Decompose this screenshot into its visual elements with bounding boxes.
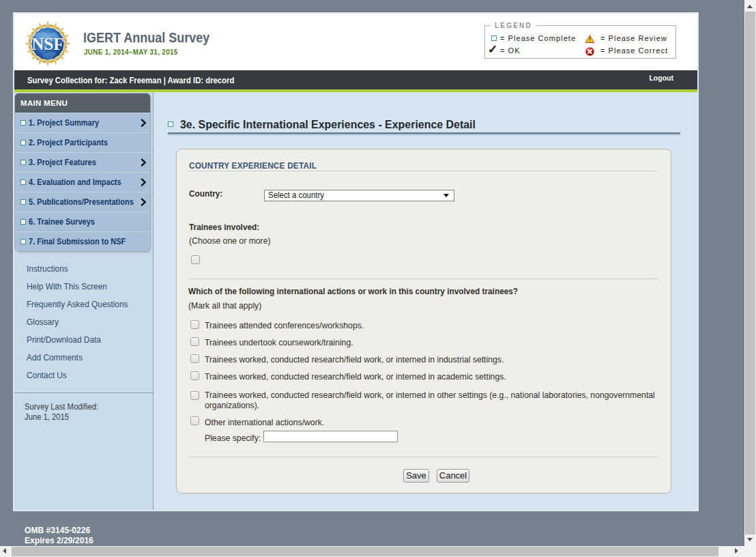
svg-text:NSF: NSF: [32, 35, 64, 53]
